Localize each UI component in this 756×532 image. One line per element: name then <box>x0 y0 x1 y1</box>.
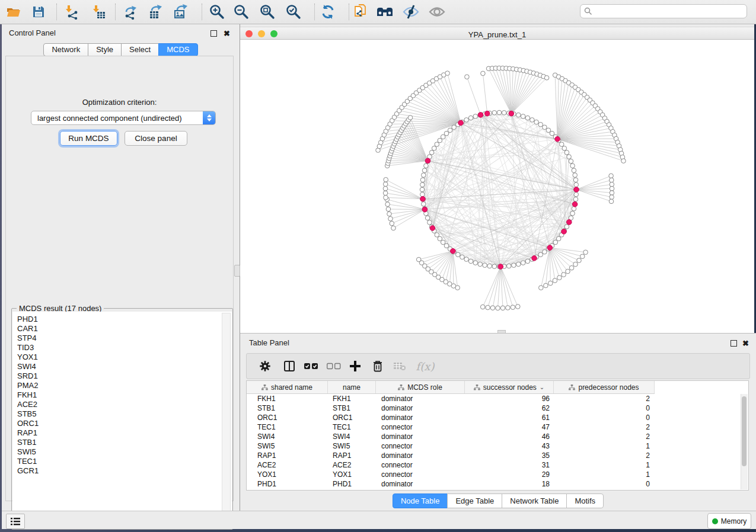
export-network-icon[interactable] <box>122 3 140 21</box>
cell-MCDS-role: dominator <box>376 432 465 441</box>
result-item[interactable]: CAR1 <box>12 324 232 334</box>
table-row[interactable]: ORC1ORC1dominator610 <box>247 413 655 422</box>
table-row[interactable]: PHD1PHD1dominator180 <box>247 479 655 489</box>
table-tabs: Node TableEdge TableNetwork TableMotifs <box>240 493 756 508</box>
tab-edge-table[interactable]: Edge Table <box>447 493 502 508</box>
refresh-layout-icon[interactable] <box>319 3 337 21</box>
tab-style[interactable]: Style <box>88 43 122 56</box>
show-all-icon[interactable] <box>428 3 446 21</box>
search-field[interactable] <box>580 4 747 18</box>
result-item[interactable]: TID3 <box>12 343 232 352</box>
result-item[interactable]: RAP1 <box>12 428 232 438</box>
export-image-icon[interactable] <box>172 3 190 21</box>
optimization-criterion-label: Optimization criterion: <box>6 98 233 107</box>
network-titlebar[interactable]: YPA_prune.txt_1 <box>240 27 754 40</box>
table-scrollbar[interactable] <box>741 394 748 489</box>
zoom-selected-icon[interactable] <box>285 3 302 21</box>
add-column-icon[interactable] <box>346 357 364 375</box>
column-header-shared-name[interactable]: shared name <box>247 381 328 393</box>
select-all-icon[interactable] <box>302 357 320 375</box>
table-row[interactable]: STB1STB1dominator620 <box>247 403 655 413</box>
result-item[interactable]: SRD1 <box>12 371 232 381</box>
memory-button[interactable]: Memory <box>707 513 751 529</box>
tab-node-table[interactable]: Node Table <box>393 493 448 508</box>
criterion-select[interactable]: largest connected component (undirected) <box>31 111 216 125</box>
cell-predecessor-nodes: 1 <box>554 470 655 479</box>
table-close-icon[interactable]: ✖ <box>742 338 749 348</box>
table-row[interactable]: SWI4SWI4dominator462 <box>247 432 655 441</box>
save-session-icon[interactable] <box>30 3 47 21</box>
tab-network-table[interactable]: Network Table <box>502 493 567 508</box>
cell-MCDS-role: dominator <box>376 451 465 460</box>
cell-successor-nodes: 61 <box>465 413 554 422</box>
result-item[interactable]: ORC1 <box>12 419 232 428</box>
column-header-MCDS-role[interactable]: MCDS role <box>376 381 465 393</box>
search-icon <box>584 7 592 15</box>
table-row[interactable]: SWI5SWI5connector431 <box>247 441 655 451</box>
tab-motifs[interactable]: Motifs <box>566 493 604 508</box>
select-stepper-icon <box>203 111 215 124</box>
network-canvas[interactable] <box>240 40 754 333</box>
task-history-button[interactable] <box>6 514 25 529</box>
cell-predecessor-nodes: 0 <box>554 413 655 422</box>
cell-MCDS-role: connector <box>376 470 465 479</box>
result-item[interactable]: YOX1 <box>12 352 232 362</box>
export-table-icon[interactable] <box>147 3 165 21</box>
cell-successor-nodes: 47 <box>465 422 554 432</box>
delete-table-icon[interactable] <box>391 357 409 375</box>
main-toolbar <box>0 0 756 24</box>
open-file-icon[interactable] <box>5 3 23 21</box>
result-item[interactable]: GCR1 <box>12 466 232 476</box>
network-title: YPA_prune.txt_1 <box>240 30 754 39</box>
result-item[interactable]: PMA2 <box>12 381 232 390</box>
tab-network[interactable]: Network <box>43 43 88 56</box>
result-item[interactable]: PHD1 <box>12 315 232 324</box>
column-header-successor-nodes[interactable]: successor nodes⌄ <box>465 381 554 393</box>
result-item[interactable]: SWI4 <box>12 362 232 371</box>
close-panel-button[interactable]: Close panel <box>125 131 187 146</box>
mcds-result-list[interactable]: PHD1CAR1STP4TID3YOX1SWI4SRD1PMA2FKH1ACE2… <box>12 312 232 528</box>
delete-column-icon[interactable] <box>369 357 387 375</box>
result-item[interactable]: SWI5 <box>12 447 232 457</box>
function-builder-icon[interactable]: f(x) <box>413 357 438 375</box>
zoom-fit-icon[interactable] <box>259 3 276 21</box>
import-table-icon[interactable] <box>90 3 108 21</box>
hide-selected-icon[interactable] <box>402 3 420 21</box>
table-row[interactable]: FKH1FKH1dominator962 <box>247 394 655 403</box>
cell-name: SWI5 <box>328 441 376 451</box>
cell-name: PHD1 <box>328 479 376 489</box>
table-row[interactable]: RAP1RAP1dominator352 <box>247 451 655 460</box>
result-list-scrollbar[interactable] <box>222 313 231 527</box>
cell-shared-name: ACE2 <box>247 460 328 470</box>
table-row[interactable]: TEC1TEC1connector472 <box>247 422 655 432</box>
close-panel-icon[interactable]: ✖ <box>224 28 230 39</box>
show-columns-icon[interactable] <box>280 357 298 375</box>
result-item[interactable]: FKH1 <box>12 390 232 400</box>
zoom-out-icon[interactable] <box>232 3 250 21</box>
deselect-all-icon[interactable] <box>325 357 343 375</box>
column-header-predecessor-nodes[interactable]: predecessor nodes <box>554 381 655 393</box>
result-item[interactable]: STP4 <box>12 334 232 343</box>
result-item[interactable]: STB1 <box>12 438 232 447</box>
zoom-in-icon[interactable] <box>208 3 226 21</box>
cell-shared-name: ORC1 <box>247 413 328 422</box>
search-input[interactable] <box>592 7 747 16</box>
import-network-icon[interactable] <box>63 3 81 21</box>
tab-mcds[interactable]: MCDS <box>158 43 197 56</box>
tab-select[interactable]: Select <box>121 43 159 56</box>
table-row[interactable]: YOX1YOX1connector291 <box>247 470 655 479</box>
node-table[interactable]: shared namenameMCDS rolesuccessor nodes⌄… <box>246 380 749 491</box>
float-panel-icon[interactable] <box>210 28 217 39</box>
run-mcds-button[interactable]: Run MCDS <box>60 131 117 146</box>
table-row[interactable]: ACE2ACE2connector311 <box>247 460 655 470</box>
cell-name: SWI4 <box>328 432 376 441</box>
column-header-name[interactable]: name <box>328 381 376 393</box>
result-item[interactable]: STB5 <box>12 409 232 419</box>
table-settings-gear-icon[interactable] <box>256 357 274 375</box>
panel-splitter-handle[interactable] <box>234 265 240 277</box>
search-network-icon[interactable] <box>376 3 394 21</box>
table-float-icon[interactable] <box>731 338 737 349</box>
result-item[interactable]: TEC1 <box>12 457 232 466</box>
result-item[interactable]: ACE2 <box>12 400 232 409</box>
copy-network-icon[interactable] <box>352 3 370 21</box>
